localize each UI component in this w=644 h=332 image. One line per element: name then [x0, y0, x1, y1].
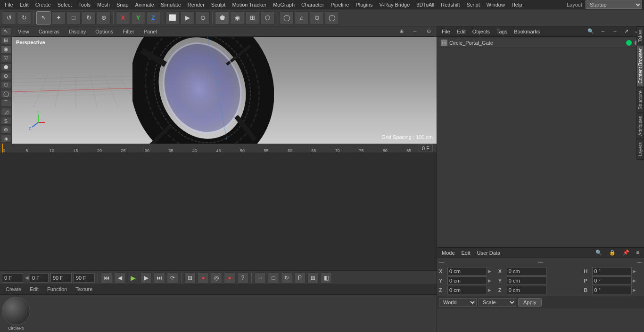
scale-keys-button[interactable]: □ [268, 272, 279, 283]
expand-icon[interactable]: ↗ [621, 28, 631, 35]
left-tool-0[interactable]: ↖ [1, 27, 11, 35]
material-item[interactable]: CirclePo [2, 297, 30, 331]
mat-tab-edit[interactable]: Edit [26, 285, 42, 293]
mat-tab-function[interactable]: Function [43, 285, 71, 293]
material-thumbnail[interactable] [2, 297, 30, 325]
menu-plugins[interactable]: Plugins [353, 1, 375, 8]
side-tab-takes[interactable]: Takes [636, 26, 644, 45]
motion-record-button[interactable]: ● [224, 272, 235, 283]
menu-simulate[interactable]: Simulate [158, 1, 184, 8]
left-tool-3[interactable]: ▽ [1, 54, 11, 62]
render-button[interactable]: ⊙ [196, 11, 210, 24]
render-region-button[interactable]: ⬜ [165, 11, 180, 24]
viewport-tab-panel[interactable]: Panel [140, 28, 161, 35]
grid-keys-button[interactable]: ⊞ [307, 272, 319, 283]
step-forward-button[interactable]: ▶ [140, 272, 152, 283]
menu-snap[interactable]: Snap [114, 1, 132, 8]
left-tool-6[interactable]: ⬡ [1, 81, 11, 89]
snap-keys-button[interactable]: ◧ [321, 272, 332, 283]
menu-edit[interactable]: Edit [17, 1, 32, 8]
menu-pipeline[interactable]: Pipeline [328, 1, 352, 8]
texture-mode-button[interactable]: ⌂ [295, 11, 309, 24]
left-tool-4[interactable]: ⬟ [1, 63, 11, 71]
menu-character[interactable]: Character [298, 1, 327, 8]
transform-tool-button[interactable]: ⊕ [97, 11, 111, 24]
object-visible-dot[interactable] [626, 40, 632, 46]
attr-x-pos[interactable] [447, 267, 487, 275]
redo-button[interactable]: ↻ [17, 11, 31, 24]
mat-tab-texture[interactable]: Texture [72, 285, 96, 293]
attr-search-icon[interactable]: 🔍 [593, 249, 605, 256]
side-tab-structure[interactable]: Structure [636, 87, 644, 113]
attr-p-angle[interactable] [592, 276, 632, 285]
sculpt-mode-button[interactable]: ◯ [325, 11, 339, 24]
viewport-3d[interactable]: Perspective X Y Z Grid Spacing : 100 cm [12, 37, 437, 144]
side-tab-content-browser[interactable]: Content Browser [636, 45, 644, 87]
select-tool-button[interactable]: ↖ [36, 11, 50, 24]
viewport-tab-display[interactable]: Display [65, 28, 90, 35]
viewport-tab-cameras[interactable]: Cameras [35, 28, 64, 35]
start-frame-input[interactable] [2, 273, 23, 283]
attr-z-pos[interactable] [447, 286, 487, 294]
attr-pin-icon[interactable]: 📌 [620, 249, 632, 256]
menu-vray[interactable]: V-Ray Bridge [377, 1, 413, 8]
attr-mode-btn[interactable]: Mode [439, 250, 458, 256]
menu-animate[interactable]: Animate [132, 1, 157, 8]
undo-button[interactable]: ↺ [2, 11, 16, 24]
left-tool-5[interactable]: ⊕ [1, 72, 11, 80]
attr-y-pos[interactable] [447, 276, 487, 285]
side-tab-attributes[interactable]: Attributes [636, 113, 644, 139]
menu-mesh[interactable]: Mesh [94, 1, 113, 8]
y-axis-button[interactable]: Y [131, 11, 145, 24]
viewport-tab-options[interactable]: Options [91, 28, 117, 35]
objects-edit-btn[interactable]: Edit [454, 28, 469, 35]
left-tool-9[interactable]: ◿ [1, 108, 11, 116]
move-keys-button[interactable]: ↔ [255, 272, 266, 283]
menu-render[interactable]: Render [185, 1, 207, 8]
edge-mode-button[interactable]: ⊞ [245, 11, 259, 24]
attr-userdata-btn[interactable]: User Data [474, 250, 504, 256]
x-axis-button[interactable]: X [116, 11, 130, 24]
object-mode-button[interactable]: ⬟ [215, 11, 229, 24]
menu-motion-tracker[interactable]: Motion Tracker [229, 1, 269, 8]
objects-file-btn[interactable]: File [439, 28, 453, 35]
menu-script[interactable]: Script [464, 1, 483, 8]
menu-sculpt[interactable]: Sculpt [208, 1, 229, 8]
timeline-track[interactable] [0, 153, 437, 271]
rotate-tool-button[interactable]: ↻ [82, 11, 96, 24]
attr-b-angle[interactable] [592, 286, 632, 294]
menu-file[interactable]: File [2, 1, 16, 8]
auto-keyframe-button[interactable]: ● [198, 272, 209, 283]
attr-y-size[interactable] [507, 276, 546, 285]
end-frame-input[interactable] [50, 273, 72, 283]
z-axis-button[interactable]: Z [146, 11, 160, 24]
search-icon[interactable]: 🔍 [585, 28, 597, 35]
help-button[interactable]: ? [237, 272, 248, 283]
go-to-end-button[interactable]: ⏭ [154, 272, 165, 283]
objects-bookmarks-btn[interactable]: Bookmarks [511, 28, 543, 35]
move-tool-button[interactable]: ✦ [51, 11, 66, 24]
menu-window[interactable]: Window [484, 1, 508, 8]
attr-edit-btn[interactable]: Edit [459, 250, 473, 256]
search-forward-icon[interactable]: → [610, 28, 620, 35]
mat-tab-create[interactable]: Create [2, 285, 25, 293]
menu-create[interactable]: Create [33, 1, 54, 8]
search-back-icon[interactable]: ← [598, 28, 609, 35]
left-tool-2[interactable]: ◉ [1, 45, 11, 53]
point-mode-button[interactable]: ◉ [230, 11, 244, 24]
object-item-0[interactable]: L0 Circle_Portal_Gate [439, 39, 642, 48]
left-tool-10[interactable]: S [1, 117, 11, 125]
attr-lock-icon[interactable]: 🔒 [606, 249, 619, 256]
scale-dropdown[interactable]: Scale Size [479, 298, 516, 307]
attr-x-size[interactable] [507, 267, 546, 275]
layout-dropdown[interactable]: Startup Standard [586, 0, 642, 9]
objects-tags-btn[interactable]: Tags [494, 28, 510, 35]
left-tool-1[interactable]: ⊞ [1, 36, 11, 44]
menu-select[interactable]: Select [55, 1, 75, 8]
frame-display[interactable]: 0 F [419, 145, 433, 152]
record-button[interactable]: ◎ [211, 272, 222, 283]
world-dropdown[interactable]: World Object [439, 298, 477, 307]
left-tool-8[interactable]: ⌒ [1, 99, 11, 107]
menu-3dtoall[interactable]: 3DToAll [413, 1, 437, 8]
menu-mograph[interactable]: MoGraph [270, 1, 297, 8]
